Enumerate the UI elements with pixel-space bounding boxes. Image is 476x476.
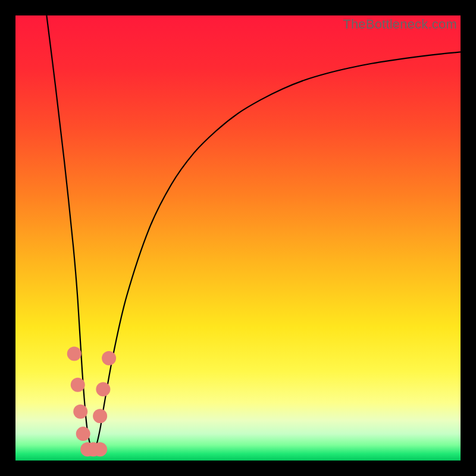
marker-dot	[71, 378, 85, 392]
marker-dot	[96, 382, 110, 396]
marker-dot	[93, 409, 107, 423]
marker-dot	[93, 442, 107, 456]
bottleneck-chart	[15, 15, 461, 461]
chart-frame: TheBottleneck.com	[0, 0, 476, 476]
plot-area: TheBottleneck.com	[15, 15, 461, 461]
marker-dot	[76, 427, 90, 441]
marker-dot	[102, 351, 116, 365]
marker-dot	[73, 405, 87, 419]
watermark-text: TheBottleneck.com	[343, 17, 457, 32]
gradient-background	[15, 15, 461, 461]
marker-dot	[67, 346, 82, 361]
